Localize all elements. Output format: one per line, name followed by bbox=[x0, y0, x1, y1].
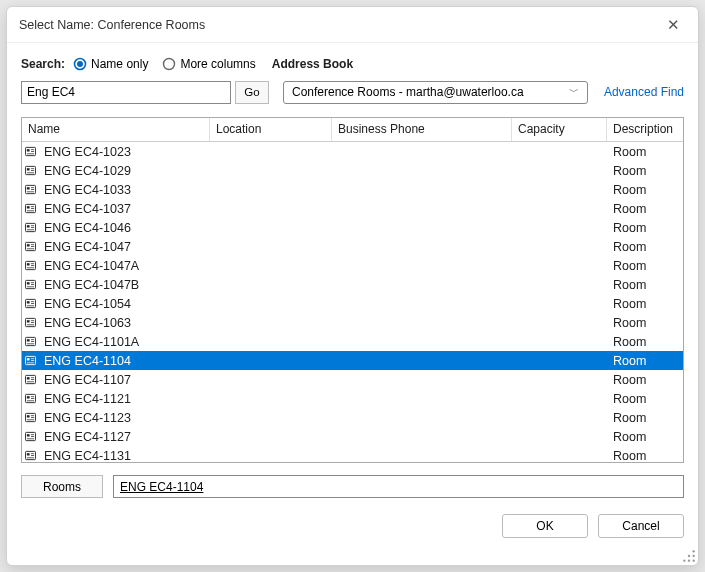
cell-name: ENG EC4-1101A bbox=[38, 335, 210, 349]
search-mode-group: Name only More columns bbox=[73, 57, 256, 71]
address-book-value: Conference Rooms - martha@uwaterloo.ca bbox=[292, 85, 524, 99]
list-body[interactable]: ENG EC4-1023RoomENG EC4-1029RoomENG EC4-… bbox=[22, 142, 683, 462]
cell-name: ENG EC4-1046 bbox=[38, 221, 210, 235]
list-row[interactable]: ENG EC4-1047Room bbox=[22, 237, 683, 256]
svg-point-1 bbox=[77, 61, 83, 67]
cell-name: ENG EC4-1023 bbox=[38, 145, 210, 159]
list-row[interactable]: ENG EC4-1033Room bbox=[22, 180, 683, 199]
svg-point-90 bbox=[693, 555, 695, 557]
svg-rect-39 bbox=[26, 282, 29, 284]
address-card-icon bbox=[22, 146, 38, 157]
advanced-find-link[interactable]: Advanced Find bbox=[604, 85, 684, 99]
dialog-title: Select Name: Conference Rooms bbox=[19, 18, 661, 32]
list-row[interactable]: ENG EC4-1046Room bbox=[22, 218, 683, 237]
action-row: OK Cancel bbox=[21, 514, 684, 538]
list-row[interactable]: ENG EC4-1037Room bbox=[22, 199, 683, 218]
cell-description: Room bbox=[607, 278, 683, 292]
svg-point-92 bbox=[688, 560, 690, 562]
list-row[interactable]: ENG EC4-1121Room bbox=[22, 389, 683, 408]
cell-name: ENG EC4-1131 bbox=[38, 449, 210, 463]
col-header-description[interactable]: Description bbox=[607, 118, 683, 141]
svg-point-93 bbox=[693, 560, 695, 562]
svg-point-91 bbox=[683, 560, 685, 562]
cell-name: ENG EC4-1104 bbox=[38, 354, 210, 368]
radio-more-columns[interactable]: More columns bbox=[162, 57, 255, 71]
cell-description: Room bbox=[607, 259, 683, 273]
list-row[interactable]: ENG EC4-1029Room bbox=[22, 161, 683, 180]
selected-rooms-input[interactable] bbox=[113, 475, 684, 498]
list-row[interactable]: ENG EC4-1131Room bbox=[22, 446, 683, 462]
list-row[interactable]: ENG EC4-1107Room bbox=[22, 370, 683, 389]
selection-row: Rooms bbox=[21, 475, 684, 498]
list-row[interactable]: ENG EC4-1063Room bbox=[22, 313, 683, 332]
cell-description: Room bbox=[607, 354, 683, 368]
svg-rect-69 bbox=[26, 396, 29, 398]
search-input[interactable] bbox=[21, 81, 231, 104]
radio-selected-icon bbox=[73, 57, 87, 71]
list-row[interactable]: ENG EC4-1101ARoom bbox=[22, 332, 683, 351]
list-row[interactable]: ENG EC4-1047BRoom bbox=[22, 275, 683, 294]
list-row[interactable]: ENG EC4-1104Room bbox=[22, 351, 683, 370]
svg-rect-79 bbox=[26, 434, 29, 436]
cell-name: ENG EC4-1047 bbox=[38, 240, 210, 254]
svg-point-88 bbox=[693, 550, 695, 552]
address-card-icon bbox=[22, 298, 38, 309]
svg-rect-54 bbox=[26, 339, 29, 341]
svg-rect-74 bbox=[26, 415, 29, 417]
cell-name: ENG EC4-1127 bbox=[38, 430, 210, 444]
cell-name: ENG EC4-1054 bbox=[38, 297, 210, 311]
list-row[interactable]: ENG EC4-1123Room bbox=[22, 408, 683, 427]
svg-rect-84 bbox=[26, 453, 29, 455]
cell-description: Room bbox=[607, 316, 683, 330]
list-row[interactable]: ENG EC4-1023Room bbox=[22, 142, 683, 161]
radio-name-only-label: Name only bbox=[91, 57, 148, 71]
cell-name: ENG EC4-1029 bbox=[38, 164, 210, 178]
list-row[interactable]: ENG EC4-1127Room bbox=[22, 427, 683, 446]
address-book-select[interactable]: Conference Rooms - martha@uwaterloo.ca ﹀ bbox=[283, 81, 588, 104]
list-row[interactable]: ENG EC4-1054Room bbox=[22, 294, 683, 313]
chevron-down-icon: ﹀ bbox=[569, 85, 579, 99]
radio-more-columns-label: More columns bbox=[180, 57, 255, 71]
cell-name: ENG EC4-1121 bbox=[38, 392, 210, 406]
list-header: Name Location Business Phone Capacity De… bbox=[22, 118, 683, 142]
address-card-icon bbox=[22, 450, 38, 461]
dialog-content: Search: Name only More columns Address B… bbox=[7, 43, 698, 565]
go-button[interactable]: Go bbox=[235, 81, 269, 104]
address-card-icon bbox=[22, 317, 38, 328]
cancel-button[interactable]: Cancel bbox=[598, 514, 684, 538]
results-list: Name Location Business Phone Capacity De… bbox=[21, 117, 684, 463]
cell-description: Room bbox=[607, 392, 683, 406]
col-header-name[interactable]: Name bbox=[22, 118, 210, 141]
resize-grip-icon[interactable] bbox=[682, 549, 696, 563]
radio-name-only[interactable]: Name only bbox=[73, 57, 148, 71]
svg-rect-19 bbox=[26, 206, 29, 208]
cell-description: Room bbox=[607, 240, 683, 254]
titlebar: Select Name: Conference Rooms ✕ bbox=[7, 7, 698, 43]
list-row[interactable]: ENG EC4-1047ARoom bbox=[22, 256, 683, 275]
ok-button[interactable]: OK bbox=[502, 514, 588, 538]
address-card-icon bbox=[22, 279, 38, 290]
cell-name: ENG EC4-1047B bbox=[38, 278, 210, 292]
cell-name: ENG EC4-1107 bbox=[38, 373, 210, 387]
address-card-icon bbox=[22, 374, 38, 385]
svg-rect-59 bbox=[26, 358, 29, 360]
address-card-icon bbox=[22, 431, 38, 442]
address-card-icon bbox=[22, 260, 38, 271]
address-card-icon bbox=[22, 355, 38, 366]
cell-description: Room bbox=[607, 164, 683, 178]
address-card-icon bbox=[22, 393, 38, 404]
svg-rect-9 bbox=[26, 168, 29, 170]
radio-unselected-icon bbox=[162, 57, 176, 71]
cell-name: ENG EC4-1037 bbox=[38, 202, 210, 216]
svg-rect-29 bbox=[26, 244, 29, 246]
cell-description: Room bbox=[607, 449, 683, 463]
cell-description: Room bbox=[607, 221, 683, 235]
col-header-capacity[interactable]: Capacity bbox=[512, 118, 607, 141]
cell-description: Room bbox=[607, 145, 683, 159]
cell-description: Room bbox=[607, 411, 683, 425]
address-card-icon bbox=[22, 336, 38, 347]
col-header-location[interactable]: Location bbox=[210, 118, 332, 141]
close-button[interactable]: ✕ bbox=[661, 12, 686, 38]
col-header-business-phone[interactable]: Business Phone bbox=[332, 118, 512, 141]
rooms-button[interactable]: Rooms bbox=[21, 475, 103, 498]
